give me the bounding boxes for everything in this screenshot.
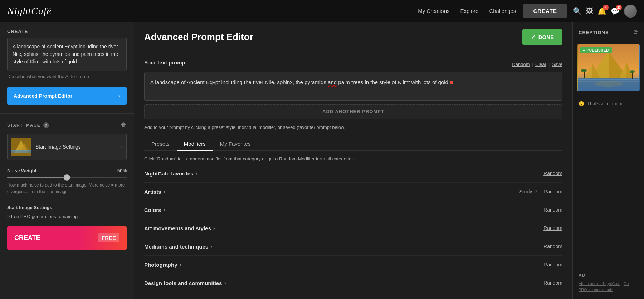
modifier-row-colors: Colors › Random [144, 201, 562, 219]
tab-presets[interactable]: Presets [144, 137, 177, 151]
svg-point-19 [594, 81, 623, 87]
sidebar-section-label: CREATE [0, 22, 134, 38]
modifier-photography-link[interactable]: Photography › [144, 261, 181, 268]
svg-rect-15 [584, 71, 585, 78]
tabs-row: Presets Modifiers My Favorites [144, 137, 562, 151]
bell-badge: 4 [603, 5, 609, 10]
start-image-label: START IMAGE ? 🗑 [0, 117, 134, 131]
modifier-colors-link[interactable]: Colors › [144, 207, 165, 213]
your-text-prompt-label: Your text prompt [144, 59, 187, 66]
free-gen-label: 9 free PRO generations remaining [0, 212, 134, 223]
add-description: Add to your prompt by clicking a preset … [144, 125, 562, 130]
modifier-artists-link[interactable]: Artists › [144, 188, 165, 195]
nav-links: My Creations Explore Challenges [418, 8, 516, 14]
notif-icon[interactable]: 💬 23 [611, 7, 620, 15]
prompt-textarea[interactable]: A landscape of Ancient Egypt including t… [144, 72, 562, 101]
modifier-mediums-actions: Random [543, 243, 562, 249]
create-free-button[interactable]: CREATE FREE [7, 226, 127, 250]
random-mediums-link[interactable]: Random [543, 243, 562, 249]
main-layout: CREATE A landscape of Ancient Egypt incl… [0, 22, 644, 299]
random-art-movements-link[interactable]: Random [543, 225, 562, 231]
modifier-art-movements-link[interactable]: Art movements and styles › [144, 225, 215, 231]
modifier-design-actions: Random [543, 280, 562, 286]
random-artists-link[interactable]: Random [543, 189, 562, 194]
right-panel: CREATIONS ⧉ ● PUBLISHED [572, 22, 644, 299]
nav-explore[interactable]: Explore [460, 8, 479, 14]
help-icon[interactable]: ? [43, 122, 49, 128]
center-panel: Advanced Prompt Editor ✓ DONE Your text … [134, 22, 572, 299]
tab-my-favorites[interactable]: My Favorites [213, 137, 258, 151]
ad-links: About ads on NightCafe | Go PRO to remov… [579, 281, 638, 293]
noise-slider-fill [7, 177, 67, 178]
topnav-icon-group: 🔍 🖼 🔔 4 💬 23 [573, 5, 637, 18]
expand-panel-icon[interactable]: ⧉ [634, 29, 638, 36]
chevron-design-icon: › [224, 280, 226, 286]
chevron-art-movements-icon: › [213, 225, 215, 231]
trash-icon[interactable]: 🗑 [121, 122, 127, 129]
random-link[interactable]: Random [512, 62, 530, 67]
modifier-design-link[interactable]: Design tools and communities › [144, 280, 226, 286]
modifier-art-movements-actions: Random [543, 225, 562, 231]
divider-1 [0, 113, 134, 114]
noise-slider-thumb[interactable] [64, 174, 70, 181]
prompt-header-row: Your text prompt Random | Clear | Save [144, 59, 562, 69]
noise-slider-track[interactable] [7, 177, 127, 178]
modifier-mediums-link[interactable]: Mediums and techniques › [144, 243, 213, 250]
random-nightcafe-link[interactable]: Random [543, 170, 562, 176]
app-logo: NightCafé [7, 5, 52, 17]
random-colors-link[interactable]: Random [543, 207, 562, 213]
done-label: DONE [538, 34, 554, 40]
modifier-row-mediums: Mediums and techniques › Random [144, 237, 562, 256]
noise-weight-label: Noise Weight [7, 168, 36, 173]
user-avatar[interactable] [624, 5, 637, 18]
start-image-settings-link: Start Image Settings [35, 144, 117, 150]
chevron-photography-icon: › [180, 261, 181, 268]
published-badge: ● PUBLISHED [580, 47, 612, 53]
modifier-artists-actions: Study ↗ Random [519, 189, 562, 194]
left-sidebar: CREATE A landscape of Ancient Egypt incl… [0, 22, 134, 299]
study-artists-link[interactable]: Study ↗ [519, 189, 538, 194]
creation-card[interactable]: ● PUBLISHED [577, 44, 640, 91]
describe-label: Describe what you want the AI to create [7, 74, 127, 79]
bell-icon[interactable]: 🔔 4 [597, 7, 606, 15]
about-ads-link[interactable]: About ads on NightCafe [579, 281, 620, 286]
center-header: Advanced Prompt Editor ✓ DONE [134, 22, 572, 52]
modifier-row-nightcafe: NightCafe favorites › Random [144, 164, 562, 183]
clear-link[interactable]: Clear [535, 62, 546, 67]
search-icon[interactable]: 🔍 [573, 7, 582, 15]
start-image-row[interactable]: Start Image Settings › [7, 134, 127, 160]
add-another-prompt-button[interactable]: ADD ANOTHER PROMPT [144, 104, 562, 119]
modifier-row-photography: Photography › Random [144, 256, 562, 274]
prompt-actions: Random | Clear | Save [512, 62, 562, 67]
modifier-nightcafe-actions: Random [543, 170, 562, 176]
chevron-colors-icon: › [164, 207, 165, 213]
right-panel-header: CREATIONS ⧉ [573, 22, 644, 40]
modifier-photography-actions: Random [543, 262, 562, 267]
svg-rect-4 [11, 150, 31, 151]
random-design-link[interactable]: Random [543, 280, 562, 286]
topnav-create-button[interactable]: CREATE [523, 4, 567, 18]
advanced-prompt-label: Advanced Prompt Editor [14, 93, 72, 99]
create-free-label: CREATE [14, 234, 40, 242]
chevron-artists-icon: › [164, 188, 165, 195]
ad-section: AD About ads on NightCafe | Go PRO to re… [573, 267, 644, 299]
random-modifier-link[interactable]: Random Modifier [279, 156, 314, 161]
all-of-them-label: 😮 That's all of them! [573, 95, 644, 112]
modifier-row-descriptive: Descriptive terms › Random [144, 292, 562, 299]
start-image-thumbnail [11, 138, 31, 156]
random-photography-link[interactable]: Random [543, 262, 562, 267]
advanced-prompt-editor-button[interactable]: Advanced Prompt Editor › [7, 87, 127, 105]
save-link[interactable]: Save [552, 62, 562, 67]
free-tag: FREE [98, 233, 119, 242]
start-image-settings-title: Start Image Settings [0, 200, 134, 212]
chevron-nightcafe-icon: › [196, 170, 197, 177]
sidebar-prompt-text: A landscape of Ancient Egypt including t… [7, 38, 127, 71]
done-button[interactable]: ✓ DONE [522, 29, 562, 45]
nav-my-creations[interactable]: My Creations [418, 8, 449, 14]
nav-challenges[interactable]: Challenges [489, 8, 516, 14]
tab-modifiers[interactable]: Modifiers [177, 137, 213, 151]
published-check-icon: ● [583, 48, 585, 52]
modifier-nightcafe-link[interactable]: NightCafe favorites › [144, 170, 197, 177]
image-icon[interactable]: 🖼 [586, 7, 593, 15]
center-content: Your text prompt Random | Clear | Save A… [134, 52, 572, 299]
